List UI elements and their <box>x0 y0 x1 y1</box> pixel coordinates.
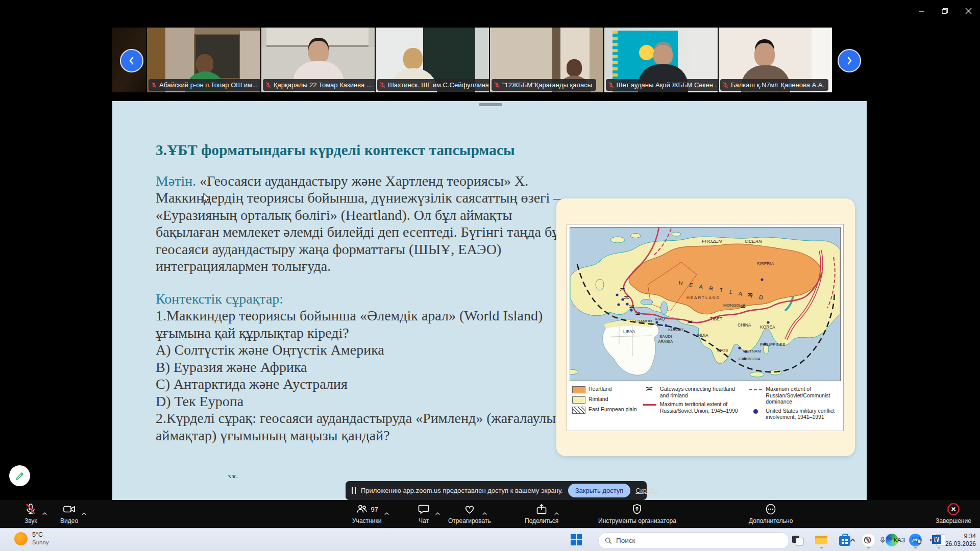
zoom-meeting-window: { "window": { "controls": {"minimize": "… <box>0 0 980 551</box>
tray-time: 9:34 <box>964 533 976 540</box>
tray-date: 26.03.2026 <box>945 540 976 547</box>
map-label-heartland: HEARTLAND <box>687 295 720 300</box>
option-b: B) Еуразия және Африка <box>156 359 573 376</box>
speaker-icon[interactable] <box>929 536 938 544</box>
participant-video[interactable]: Шет ауданы Ақой ЖББМ Сәкен ... <box>604 28 718 92</box>
close-access-button[interactable]: Закрыть доступ <box>568 484 631 497</box>
participants-count: 97 <box>371 506 378 513</box>
clock[interactable]: 9:34 26.03.2026 <box>945 533 976 547</box>
task-view-icon[interactable] <box>790 532 805 548</box>
red-line-symbol <box>643 402 657 406</box>
muted-mic-icon <box>608 82 615 88</box>
chevron-up-icon[interactable] <box>81 512 87 516</box>
slide-toolbar-handle[interactable] <box>479 103 502 106</box>
chevron-up-icon[interactable] <box>482 512 487 516</box>
weather-condition: Sunny <box>32 539 49 545</box>
legend-east-european-plain: East European plain <box>589 406 637 413</box>
more-button[interactable]: Дополнительно <box>749 503 793 524</box>
minimize-button[interactable] <box>910 0 933 21</box>
network-cast-icon[interactable] <box>912 536 922 544</box>
text-label: Мәтін. <box>156 173 196 189</box>
map-label-china: CHINA <box>738 322 751 328</box>
share-button[interactable]: Поделиться <box>525 503 558 524</box>
system-tray: КАЗ 9:34 26.03.2026 <box>849 529 976 551</box>
map-label-iraq: IRAQ <box>655 317 665 321</box>
slide-title: 3.ҰБТ форматындағы күрделі контекст тапс… <box>156 142 573 159</box>
participant-video[interactable]: Қарқаралы 22 Томар Казиева ... <box>261 28 375 92</box>
shared-screen-slide: 3.ҰБТ форматындағы күрделі контекст тапс… <box>112 101 867 500</box>
svg-text:)(: )( <box>620 288 625 291</box>
map-label-cambodia: CAMBODIA <box>739 357 761 361</box>
scroll-right-button[interactable] <box>838 49 861 72</box>
gateway-symbol: )( <box>647 382 652 396</box>
participant-video[interactable]: Абайский р-он п.Топар ОШ им... <box>147 28 260 92</box>
end-meeting-button[interactable]: Завершение <box>936 503 971 524</box>
annotate-button[interactable] <box>9 465 30 486</box>
do-not-disturb-icon[interactable] <box>863 536 872 544</box>
map-label-korea: KOREA <box>760 324 775 330</box>
close-button[interactable] <box>957 0 980 21</box>
participant-person <box>754 43 775 66</box>
mouse-cursor <box>203 193 211 204</box>
heartland-map: )( )( )( )( )( )( )( <box>570 227 841 381</box>
map-label-vietnam: VIETNAM <box>743 349 761 354</box>
map-label-kuwait: KUWAIT <box>668 328 684 332</box>
participant-name-pill: Қарқаралы 22 Томар Казиева ... <box>263 79 375 91</box>
tray-chevron-up-icon[interactable] <box>849 538 856 543</box>
language-indicator[interactable]: КАЗ <box>894 537 905 544</box>
participant-video[interactable]: Шахтинск. ШГ им.С.Сейфуллина <box>376 28 489 92</box>
blue-dot-symbol <box>748 408 763 414</box>
chat-button[interactable]: Чат <box>418 503 430 524</box>
chevron-up-icon[interactable] <box>554 512 559 516</box>
hide-link[interactable]: Скрыть <box>635 487 657 494</box>
pause-icon[interactable] <box>352 487 356 494</box>
chevron-left-icon <box>128 57 136 65</box>
react-button[interactable]: Отреагировать <box>448 503 491 524</box>
chevron-up-icon[interactable] <box>42 512 47 516</box>
weather-widget[interactable]: 5°C Sunny <box>14 531 49 546</box>
option-c: C) Антарктида және Аустралия <box>156 375 573 393</box>
share-notification-message: Приложению app.zoom.us предоставлен дост… <box>361 487 563 494</box>
participant-name-pill: Шахтинск. ШГ им.С.Сейфуллина <box>377 79 489 91</box>
map-label-saudi: SAUDI <box>659 334 672 339</box>
participant-name-pill: Балкаш қ.N7м/г Қапенова А.А. <box>720 79 828 91</box>
clipped-next-heading: Ж <box>227 473 237 478</box>
participant-video[interactable]: "12ЖББМ"Қарағанды қаласы <box>490 28 603 92</box>
start-button[interactable] <box>571 534 582 545</box>
map-label-mongolia: MONGOLIA <box>723 303 746 308</box>
taskbar-search[interactable]: Поиск <box>598 532 789 549</box>
participant-person <box>653 45 673 65</box>
legend-max-territorial: Maximum territorial extent of Russia/Sov… <box>660 401 744 414</box>
participant-name: Шахтинск. ШГ им.С.Сейфуллина <box>388 81 488 89</box>
chevron-up-icon[interactable] <box>384 512 389 516</box>
map-label-ocean: OCEAN <box>745 238 762 244</box>
mic-muted-icon <box>24 503 37 515</box>
shield-icon <box>631 503 643 515</box>
participants-button[interactable]: 97 Участники <box>352 503 381 524</box>
audio-button[interactable]: Звук <box>24 503 37 524</box>
participant-name: Абайский р-он п.Топар ОШ им... <box>159 81 258 89</box>
participant-person <box>567 59 582 77</box>
participant-video[interactable]: Балкаш қ.N7м/г Қапенова А.А. <box>719 28 832 92</box>
wall <box>240 31 260 87</box>
ellipsis-icon <box>765 503 777 515</box>
heartland-map-panel: )( )( )( )( )( )( )( <box>567 224 844 431</box>
video-button[interactable]: Видео <box>60 503 78 524</box>
heartland-map-card: )( )( )( )( )( )( )( <box>556 198 855 456</box>
file-explorer-icon[interactable] <box>814 532 829 548</box>
participant-name-pill: Абайский р-он п.Топар ОШ им... <box>149 79 260 91</box>
map-label-lebanon: LEBANON <box>632 319 652 323</box>
host-tools-button[interactable]: Инструменты организатора <box>598 503 676 524</box>
windows-taskbar: 5°C Sunny Поиск Y zm W КАЗ 9:34 26.03.20… <box>0 528 980 551</box>
muted-mic-icon <box>151 82 157 88</box>
chevron-up-icon[interactable] <box>435 512 440 516</box>
map-label-laos: LAOS <box>717 348 728 353</box>
tray-mic-icon[interactable] <box>879 536 887 544</box>
restore-button[interactable] <box>933 0 957 21</box>
legend-gateways: Gateways connecting heartland and rimlan… <box>660 386 744 398</box>
scroll-left-button[interactable] <box>120 49 143 72</box>
red-dash-symbol <box>748 386 763 390</box>
participant-name-pill: Шет ауданы Ақой ЖББМ Сәкен ... <box>606 79 718 91</box>
heart-icon <box>463 503 476 515</box>
search-icon <box>605 537 612 544</box>
